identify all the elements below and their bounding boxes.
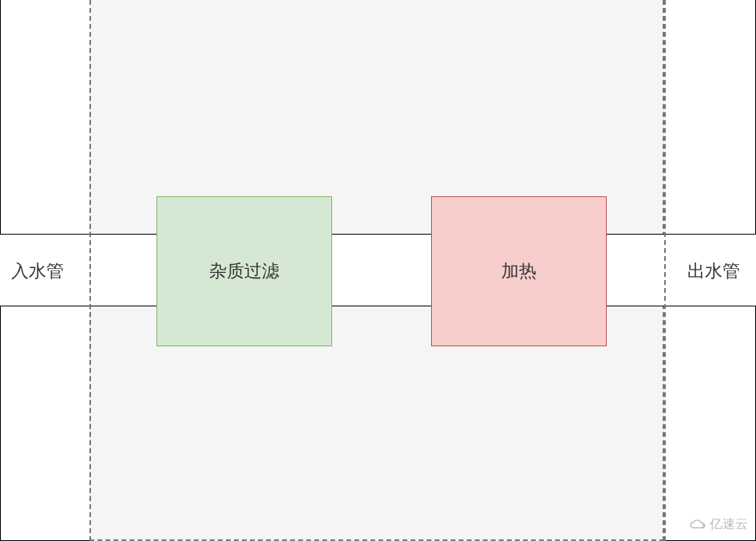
filter-box-label: 杂质过滤 [209,259,279,283]
cloud-icon [689,519,707,531]
watermark-text: 亿速云 [710,516,748,533]
pipe-bottom-edge [0,306,756,306]
container-right-border [664,0,666,541]
pipe-top-edge [0,234,756,235]
heat-box: 加热 [431,196,607,346]
output-pipe-label: 出水管 [687,259,740,283]
container-left-border [89,0,91,541]
heat-box-label: 加热 [501,259,536,283]
watermark: 亿速云 [689,516,748,533]
filter-box: 杂质过滤 [156,196,332,346]
input-pipe-label: 入水管 [11,259,64,283]
